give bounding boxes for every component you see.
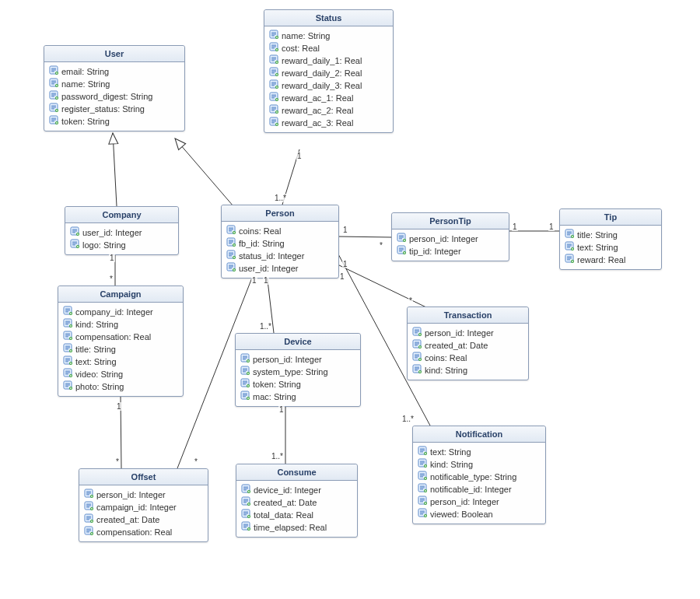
- svg-rect-83: [72, 242, 77, 243]
- attribute-row[interactable]: photo: String: [63, 380, 178, 393]
- svg-rect-69: [271, 108, 276, 109]
- attribute-row[interactable]: person_id: Integer: [397, 233, 504, 245]
- svg-rect-219: [420, 475, 425, 475]
- svg-rect-154: [65, 359, 70, 360]
- attribute-row[interactable]: tip_id: Integer: [397, 245, 504, 257]
- class-title[interactable]: Consume: [236, 464, 357, 481]
- attribute-row[interactable]: reward_ac_2: Real: [269, 104, 388, 117]
- attribute-row[interactable]: user_id: Integer: [226, 262, 334, 275]
- attribute-row[interactable]: reward_daily_3: Real: [269, 79, 388, 92]
- attribute-row[interactable]: campaign_id: Integer: [84, 501, 203, 513]
- class-status[interactable]: Statusname: Stringcost: Realreward_daily…: [264, 9, 394, 133]
- attribute-row[interactable]: compensation: Real: [84, 526, 203, 538]
- svg-rect-224: [420, 487, 425, 488]
- attribute-row[interactable]: password_digest: String: [49, 90, 180, 103]
- class-user[interactable]: Useremail: Stringname: Stringpassword_di…: [44, 45, 185, 131]
- attribute-row[interactable]: created_at: Date: [412, 339, 523, 352]
- attribute-text: person_id: Integer: [409, 233, 478, 245]
- multiplicity-label: *: [109, 275, 114, 283]
- attribute-text: text: String: [430, 446, 471, 458]
- svg-rect-73: [271, 120, 276, 121]
- attribute-row[interactable]: coins: Real: [412, 352, 523, 364]
- class-tip[interactable]: Tiptitle: Stringtext: Stringreward: Real: [559, 208, 662, 270]
- svg-rect-264: [243, 500, 248, 501]
- attribute-row[interactable]: company_id: Integer: [63, 306, 178, 318]
- attribute-row[interactable]: text: String: [63, 356, 178, 368]
- attribute-row[interactable]: kind: String: [418, 458, 541, 471]
- class-title[interactable]: Offset: [79, 469, 208, 485]
- class-transaction[interactable]: Transactionperson_id: Integercreated_at:…: [407, 307, 529, 380]
- attribute-text: text: String: [577, 241, 618, 254]
- attribute-row[interactable]: person_id: Integer: [240, 353, 355, 366]
- class-persontip[interactable]: PersonTipperson_id: Integertip_id: Integ…: [391, 212, 509, 261]
- attribute-row[interactable]: text: String: [418, 446, 541, 458]
- attribute-row[interactable]: reward: Real: [565, 254, 656, 266]
- attribute-row[interactable]: kind: String: [63, 318, 178, 331]
- class-person[interactable]: Personcoins: Realfb_id: Stringstatus_id:…: [221, 205, 339, 278]
- attribute-row[interactable]: cost: Real: [269, 42, 388, 54]
- attribute-row[interactable]: reward_daily_1: Real: [269, 54, 388, 67]
- attribute-row[interactable]: title: String: [565, 229, 656, 241]
- attribute-row[interactable]: device_id: Integer: [241, 484, 352, 496]
- attribute-row[interactable]: viewed: Boolean: [418, 508, 541, 520]
- svg-rect-143: [65, 334, 70, 335]
- class-title[interactable]: Campaign: [58, 286, 183, 303]
- attribute-row[interactable]: text: String: [565, 241, 656, 254]
- attribute-row[interactable]: mac: String: [240, 391, 355, 403]
- attribute-row[interactable]: notificable_type: String: [418, 471, 541, 483]
- attribute-row[interactable]: person_id: Integer: [412, 327, 523, 339]
- attribute-row[interactable]: kind: String: [412, 364, 523, 377]
- class-notification[interactable]: Notificationtext: Stringkind: Stringnoti…: [412, 426, 546, 524]
- attribute-row[interactable]: email: String: [49, 65, 180, 78]
- attribute-row[interactable]: video: String: [63, 368, 178, 380]
- attribute-row[interactable]: reward_ac_3: Real: [269, 117, 388, 129]
- attribute-row[interactable]: name: String: [49, 78, 180, 90]
- class-body: company_id: Integerkind: Stringcompensat…: [58, 303, 183, 396]
- attribute-row[interactable]: compensation: Real: [63, 331, 178, 343]
- attribute-text: cost: Real: [282, 42, 320, 54]
- attribute-row[interactable]: title: String: [63, 343, 178, 356]
- attribute-row[interactable]: reward_daily_2: Real: [269, 67, 388, 79]
- attribute-icon: [240, 366, 250, 378]
- attribute-text: viewed: Boolean: [430, 508, 493, 520]
- attribute-row[interactable]: notificable_id: Integer: [418, 483, 541, 496]
- class-title[interactable]: PersonTip: [392, 213, 509, 229]
- attribute-row[interactable]: total_data: Real: [241, 509, 352, 521]
- attribute-row[interactable]: user_id: Integer: [70, 226, 173, 239]
- class-title[interactable]: Tip: [560, 209, 661, 226]
- attribute-row[interactable]: coins: Real: [226, 225, 334, 237]
- attribute-row[interactable]: logo: String: [70, 239, 173, 251]
- attribute-row[interactable]: token: String: [240, 378, 355, 391]
- attribute-row[interactable]: fb_id: String: [226, 237, 334, 250]
- attribute-row[interactable]: name: String: [269, 30, 388, 42]
- class-title[interactable]: Person: [222, 205, 338, 222]
- class-device[interactable]: Deviceperson_id: Integersystem_type: Str…: [235, 333, 361, 407]
- attribute-row[interactable]: created_at: Date: [241, 496, 352, 509]
- multiplicity-label: 1: [339, 272, 345, 281]
- attribute-row[interactable]: token: String: [49, 115, 180, 128]
- attribute-row[interactable]: reward_ac_1: Real: [269, 92, 388, 104]
- attribute-row[interactable]: system_type: String: [240, 366, 355, 378]
- class-title[interactable]: Company: [65, 207, 178, 223]
- class-campaign[interactable]: Campaigncompany_id: Integerkind: Stringc…: [58, 285, 184, 397]
- class-title[interactable]: Status: [264, 10, 393, 26]
- svg-rect-169: [243, 357, 247, 358]
- class-title[interactable]: Transaction: [408, 307, 528, 324]
- attribute-row[interactable]: status_id: Integer: [226, 250, 334, 262]
- attribute-row[interactable]: person_id: Integer: [84, 489, 203, 501]
- class-title[interactable]: Device: [236, 334, 360, 350]
- svg-rect-233: [420, 511, 425, 512]
- svg-rect-245: [86, 506, 89, 507]
- svg-rect-144: [65, 335, 70, 335]
- class-title[interactable]: Notification: [413, 426, 545, 443]
- attribute-icon: [269, 79, 278, 92]
- class-consume[interactable]: Consumedevice_id: Integercreated_at: Dat…: [236, 464, 358, 538]
- class-offset[interactable]: Offsetperson_id: Integercampaign_id: Int…: [79, 468, 208, 542]
- attribute-row[interactable]: time_elapsed: Real: [241, 521, 352, 534]
- attribute-row[interactable]: created_at: Date: [84, 513, 203, 526]
- svg-line-3: [338, 236, 391, 237]
- class-title[interactable]: User: [44, 46, 184, 62]
- attribute-row[interactable]: register_status: String: [49, 103, 180, 115]
- attribute-row[interactable]: person_id: Integer: [418, 496, 541, 508]
- class-company[interactable]: Companyuser_id: Integerlogo: String: [65, 206, 179, 255]
